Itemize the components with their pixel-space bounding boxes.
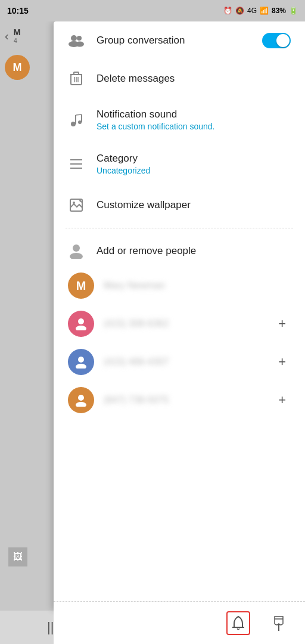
- contact-avatar-2: [68, 349, 94, 375]
- contact-name-2: (415) 466-4307: [104, 357, 264, 367]
- battery-text: 83%: [272, 7, 286, 15]
- contact-avatar-3: [68, 387, 94, 413]
- svg-point-0: [71, 35, 77, 41]
- group-conversation-toggle[interactable]: [262, 33, 291, 48]
- category-icon: [68, 156, 85, 172]
- notification-sound-item[interactable]: Notification sound Set a custom notifica…: [54, 98, 305, 142]
- contact-add-3[interactable]: +: [273, 390, 291, 410]
- wifi-icon: 🔕: [235, 7, 244, 15]
- bg-title-block: M 4: [14, 27, 21, 44]
- category-label: Category: [97, 153, 291, 165]
- contact-item-1[interactable]: (415) 308-6362 +: [54, 305, 305, 343]
- delete-messages-label: Delete messages: [97, 73, 175, 85]
- contact-name-3: (847) 738-5075: [104, 395, 264, 405]
- contact-add-1[interactable]: +: [273, 314, 291, 334]
- bg-avatar: M: [5, 55, 30, 80]
- divider-1: [66, 228, 293, 228]
- back-arrow-icon[interactable]: ‹: [5, 29, 9, 43]
- panel-footer: [54, 601, 305, 644]
- svg-point-30: [76, 364, 86, 369]
- contact-name-0: Mary Newman: [104, 280, 291, 291]
- contact-item-3[interactable]: (847) 738-5075 +: [54, 381, 305, 419]
- toggle-knob: [276, 34, 290, 47]
- bell-button[interactable]: [226, 611, 250, 635]
- svg-rect-6: [74, 72, 79, 75]
- notification-sound-sub: Set a custom notification sound.: [97, 122, 291, 131]
- person-icon: [68, 243, 85, 259]
- notification-sound-text: Notification sound Set a custom notifica…: [97, 109, 291, 131]
- group-conversation-label: Group conversation: [97, 35, 250, 47]
- svg-point-32: [76, 402, 86, 407]
- toggle-switch[interactable]: [262, 33, 291, 48]
- delete-messages-item[interactable]: Delete messages: [54, 60, 305, 98]
- svg-point-27: [78, 318, 84, 324]
- bg-image-icon: 🖼: [8, 547, 27, 566]
- contact-item-2[interactable]: (415) 466-4307 +: [54, 343, 305, 381]
- network-icon: 4G: [247, 7, 257, 15]
- add-remove-people-header[interactable]: Add or remove people: [54, 232, 305, 267]
- category-sub: Uncategorized: [97, 166, 291, 175]
- customize-wallpaper-item[interactable]: Customize wallpaper: [54, 186, 305, 224]
- signal-icon: 📶: [260, 7, 269, 15]
- add-remove-people-label: Add or remove people: [97, 245, 196, 257]
- status-icons: ⏰ 🔕 4G 📶 83% 🔋: [223, 7, 298, 15]
- music-icon: [68, 112, 85, 128]
- svg-point-1: [77, 36, 82, 41]
- alarm-icon: ⏰: [223, 7, 232, 15]
- status-bar: 10:15 ⏰ 🔕 4G 📶 83% 🔋: [0, 0, 305, 21]
- contact-avatar-0: M: [68, 273, 94, 299]
- pin-button[interactable]: [267, 611, 291, 635]
- svg-point-29: [78, 357, 84, 363]
- category-item[interactable]: Category Uncategorized: [54, 142, 305, 186]
- bg-subtitle: 4: [14, 37, 21, 44]
- category-text: Category Uncategorized: [97, 153, 291, 175]
- group-icon: [68, 32, 85, 49]
- contact-item-0[interactable]: M Mary Newman: [54, 267, 305, 305]
- contact-avatar-1: [68, 311, 94, 337]
- svg-point-31: [78, 395, 84, 401]
- contact-name-1: (415) 308-6362: [104, 318, 264, 329]
- battery-icon: 🔋: [289, 7, 298, 15]
- svg-point-26: [70, 253, 83, 259]
- svg-point-25: [73, 244, 80, 252]
- wallpaper-icon: [68, 197, 85, 213]
- notification-sound-label: Notification sound: [97, 109, 291, 120]
- bg-title: M: [14, 27, 21, 37]
- status-time: 10:15: [7, 6, 29, 16]
- svg-point-28: [76, 326, 86, 330]
- trash-icon: [68, 70, 85, 87]
- svg-point-24: [80, 200, 82, 202]
- svg-point-10: [71, 122, 76, 126]
- settings-panel: Group conversation Delete messages: [54, 21, 305, 611]
- customize-wallpaper-label: Customize wallpaper: [97, 199, 191, 211]
- svg-line-14: [76, 114, 82, 115]
- svg-point-3: [76, 42, 84, 47]
- contact-add-2[interactable]: +: [273, 352, 291, 372]
- group-conversation-text: Group conversation: [97, 35, 250, 47]
- group-conversation-item[interactable]: Group conversation: [54, 21, 305, 60]
